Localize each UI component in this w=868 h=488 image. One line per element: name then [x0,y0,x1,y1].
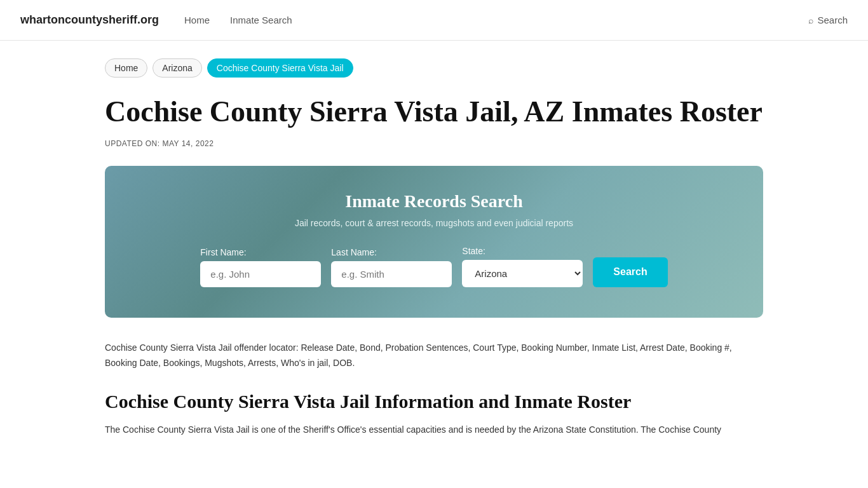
navbar-brand[interactable]: whartoncountysheriff.org [20,13,159,27]
breadcrumb-cochise[interactable]: Cochise County Sierra Vista Jail [207,58,353,78]
page-title: Cochise County Sierra Vista Jail, AZ Inm… [105,95,763,129]
state-label: State: [462,246,583,256]
first-name-label: First Name: [200,247,321,257]
first-name-group: First Name: [200,247,321,287]
first-name-input[interactable] [200,261,321,287]
last-name-input[interactable] [331,261,452,287]
breadcrumb-arizona[interactable]: Arizona [153,58,201,78]
last-name-label: Last Name: [331,247,452,257]
body-text: Cochise County Sierra Vista Jail offende… [105,341,763,371]
section-body: The Cochise County Sierra Vista Jail is … [105,423,763,438]
search-icon: ⌕ [808,15,813,25]
navbar-search[interactable]: ⌕ Search [808,15,848,25]
search-panel: Inmate Records Search Jail records, cour… [105,166,763,318]
nav-link-inmate-search[interactable]: Inmate Search [230,15,292,25]
section-heading: Cochise County Sierra Vista Jail Informa… [105,391,763,412]
main-content: Home Arizona Cochise County Sierra Vista… [85,41,783,456]
search-panel-subtitle: Jail records, court & arrest records, mu… [130,218,738,228]
breadcrumb: Home Arizona Cochise County Sierra Vista… [105,58,763,78]
search-panel-title: Inmate Records Search [130,191,738,212]
search-button[interactable]: Search [593,257,667,287]
updated-label: UPDATED ON: MAY 14, 2022 [105,139,763,148]
navbar-nav: Home Inmate Search [184,15,808,26]
state-group: State: Arizona [462,246,583,287]
nav-item-inmate-search[interactable]: Inmate Search [230,15,292,26]
search-form: First Name: Last Name: State: Arizona Se… [130,246,738,287]
state-select[interactable]: Arizona [462,260,583,287]
updated-date: MAY 14, 2022 [162,139,214,148]
nav-item-home[interactable]: Home [184,15,210,26]
nav-link-home[interactable]: Home [184,15,210,25]
breadcrumb-home[interactable]: Home [105,58,147,78]
last-name-group: Last Name: [331,247,452,287]
navbar-search-label[interactable]: Search [817,15,848,25]
navbar: whartoncountysheriff.org Home Inmate Sea… [0,0,868,41]
